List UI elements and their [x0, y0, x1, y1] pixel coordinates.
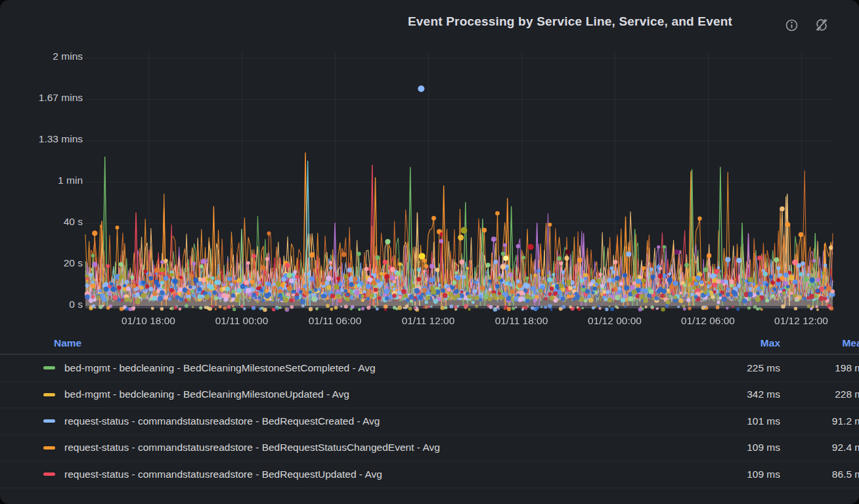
grafana-panel: Event Processing by Service Line, Servic…	[0, 0, 859, 504]
series-color-swatch	[43, 446, 55, 450]
series-color-swatch	[43, 472, 55, 476]
legend-series-name: bed-mgmt - bedcleaning - BedCleaningMile…	[0, 362, 713, 374]
legend-header-max[interactable]: Max	[713, 337, 785, 349]
legend-header-mean[interactable]: Mean	[785, 337, 859, 349]
x-tick-label: 01/12 12:00	[774, 315, 828, 327]
series-mean-value: 91.2 ms	[785, 415, 859, 427]
series-color-swatch	[43, 419, 55, 423]
series-mean-value: 228 ms	[785, 388, 859, 400]
panel-title[interactable]: Event Processing by Service Line, Servic…	[408, 14, 732, 29]
series-mean-value: 92.4 ms	[785, 442, 859, 453]
legend-header: NameMaxMean	[0, 332, 859, 354]
legend-table: NameMaxMeanbed-mgmt - bedcleaning - BedC…	[0, 332, 859, 488]
series-label: bed-mgmt - bedcleaning - BedCleaningMile…	[64, 388, 349, 400]
legend-series-name: request-status - commandstatusreadstore …	[0, 469, 713, 480]
streaming-off-icon[interactable]	[814, 18, 829, 32]
legend-row[interactable]: request-status - commandstatusreadstore …	[0, 408, 859, 434]
series-max-value: 109 ms	[713, 442, 785, 453]
legend-row[interactable]: bed-mgmt - bedcleaning - BedCleaningMile…	[0, 381, 859, 408]
x-tick-label: 01/11 00:00	[215, 315, 269, 327]
x-tick-label: 01/11 12:00	[402, 315, 455, 327]
series-mean-value: 86.5 ms	[785, 469, 859, 480]
panel-header-icons	[785, 18, 829, 32]
series-color-swatch	[43, 366, 55, 369]
series-max-value: 109 ms	[713, 469, 785, 480]
series-label: request-status - commandstatusreadstore …	[64, 469, 382, 480]
series-max-value: 101 ms	[713, 415, 785, 427]
legend-row[interactable]: request-status - commandstatusreadstore …	[0, 434, 859, 461]
series-label: request-status - commandstatusreadstore …	[64, 415, 380, 427]
legend-series-name: request-status - commandstatusreadstore …	[0, 442, 713, 453]
legend-row[interactable]: request-status - commandstatusreadstore …	[0, 461, 859, 488]
series-max-value: 342 ms	[713, 388, 785, 400]
series-mean-value: 198 ms	[785, 362, 859, 374]
legend-series-name: bed-mgmt - bedcleaning - BedCleaningMile…	[0, 388, 713, 400]
x-tick-label: 01/11 18:00	[495, 315, 548, 327]
x-tick-label: 01/12 06:00	[681, 315, 735, 327]
timeseries-chart[interactable]	[0, 46, 859, 332]
legend-header-name[interactable]: Name	[0, 337, 713, 349]
legend-series-name: request-status - commandstatusreadstore …	[0, 415, 713, 427]
info-icon[interactable]	[785, 18, 799, 32]
x-tick-label: 01/10 18:00	[121, 315, 175, 327]
series-label: bed-mgmt - bedcleaning - BedCleaningMile…	[64, 362, 376, 374]
legend-row[interactable]: bed-mgmt - bedcleaning - BedCleaningMile…	[0, 354, 859, 381]
series-max-value: 225 ms	[713, 362, 785, 374]
series-color-swatch	[43, 393, 55, 396]
x-tick-label: 01/11 06:00	[309, 315, 362, 327]
x-tick-label: 01/12 00:00	[588, 315, 642, 327]
series-label: request-status - commandstatusreadstore …	[64, 442, 440, 453]
